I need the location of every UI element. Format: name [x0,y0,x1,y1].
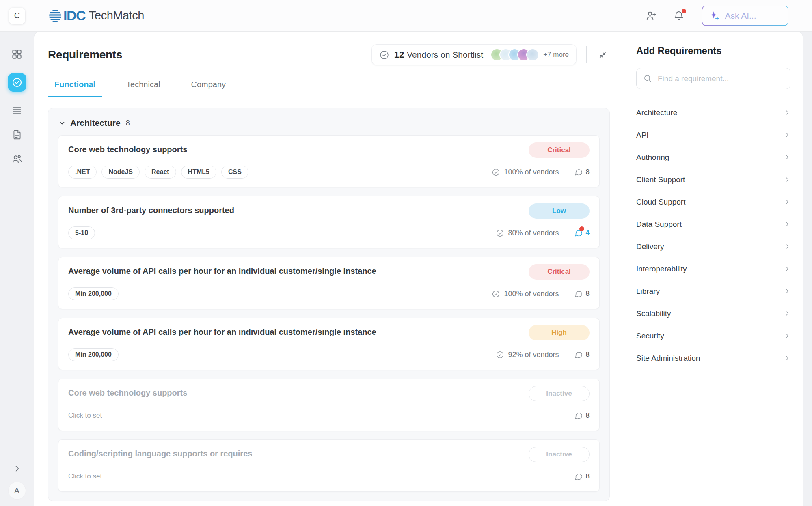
collapse-icon[interactable] [596,49,609,61]
list-icon[interactable] [11,105,22,116]
chevron-right-icon [784,221,790,228]
requirement-tags: 5-10 [68,226,95,239]
chevron-right-icon [784,154,790,161]
logo-text-idc: IDC [63,8,85,24]
requirement-card-inactive[interactable]: Core web technology supports Inactive Cl… [58,379,600,431]
requirements-scroll-area[interactable]: Architecture 8 Core web technology suppo… [34,97,624,506]
tag: .NET [68,166,97,179]
category-authoring[interactable]: Authoring [636,146,790,168]
sparkles-ai-icon [709,11,720,21]
vendor-avatars [490,48,539,61]
user-avatar[interactable]: A [8,482,26,500]
tab-functional[interactable]: Functional [48,80,102,97]
search-icon [643,74,652,83]
tab-technical[interactable]: Technical [120,80,166,97]
vendors-match: 80% of vendors [496,229,559,237]
chevron-right-icon [784,198,790,205]
section-architecture: Architecture 8 Core web technology suppo… [48,108,610,501]
priority-badge[interactable]: Critical [529,142,590,158]
comments-button-unread[interactable]: 4 [574,229,590,237]
comments-button[interactable]: 8 [574,290,590,298]
chevron-right-icon [784,355,790,362]
page-title: Requirements [48,48,122,61]
requirement-card[interactable]: Average volume of API calls per hour for… [58,257,600,309]
priority-badge[interactable]: Inactive [529,386,590,401]
tag: React [145,166,176,179]
search-input[interactable] [658,74,784,83]
requirement-tags: .NET NodeJS React HTML5 CSS [68,166,248,179]
section-count: 8 [126,119,130,127]
add-user-icon[interactable] [645,10,657,22]
comments-button[interactable]: 8 [574,168,590,177]
requirements-main: Requirements 12 Vendors on Shortlist [34,32,624,506]
ask-ai-placeholder: Ask AI... [725,11,756,21]
category-delivery[interactable]: Delivery [636,235,790,258]
click-to-set-hint[interactable]: Click to set [68,411,102,420]
category-scalability[interactable]: Scalability [636,302,790,325]
category-list: Architecture API Authoring Client Suppor… [636,101,790,369]
requirement-search[interactable] [636,68,790,89]
category-data-support[interactable]: Data Support [636,213,790,235]
section-name: Architecture [70,118,121,128]
requirement-card[interactable]: Average volume of API calls per hour for… [58,318,600,370]
category-library[interactable]: Library [636,280,790,302]
chevron-right-icon [784,332,790,339]
top-bar: C IDC TechMatch [0,0,812,32]
dashboard-grid-icon[interactable] [11,49,22,60]
chevron-right-icon [784,109,790,116]
requirement-card[interactable]: Number of 3rd-party connectors supported… [58,196,600,248]
category-api[interactable]: API [636,124,790,146]
requirement-card[interactable]: Core web technology supports Critical .N… [58,135,600,187]
chevron-right-icon [784,176,790,183]
chevron-right-icon [784,310,790,317]
requirement-tags: Min 200,000 [68,287,119,300]
requirement-title: Number of 3rd-party connectors supported [68,203,234,215]
vendors-match: 100% of vendors [492,168,559,177]
category-architecture[interactable]: Architecture [636,101,790,124]
left-sidebar: A [0,32,34,506]
tag: Min 200,000 [68,348,119,361]
comments-button[interactable]: 8 [574,472,590,481]
priority-badge[interactable]: Low [529,203,590,219]
priority-badge[interactable]: Critical [529,264,590,280]
requirement-title: Core web technology supports [68,386,187,398]
requirement-card-inactive[interactable]: Coding/scripting language supports or re… [58,439,600,492]
category-cloud-support[interactable]: Cloud Support [636,191,790,213]
sidebar-item-requirements-active[interactable] [8,73,26,92]
comments-button[interactable]: 8 [574,411,590,420]
notification-dot [682,9,686,13]
unread-dot [579,226,584,231]
document-icon[interactable] [12,129,22,140]
tab-company[interactable]: Company [185,80,233,97]
workspace-logo[interactable]: C [9,8,25,24]
category-security[interactable]: Security [636,325,790,347]
requirement-title: Average volume of API calls per hour for… [68,325,376,337]
ask-ai-button[interactable]: Ask AI... [702,6,788,26]
category-interoperability[interactable]: Interoperability [636,258,790,280]
add-requirements-title: Add Requirements [636,45,790,56]
chevron-right-icon [784,243,790,250]
vendors-match: 100% of vendors [492,290,559,298]
requirement-title: Average volume of API calls per hour for… [68,264,376,276]
app-logo[interactable]: IDC TechMatch [48,8,144,24]
expand-sidebar-chevron-icon[interactable] [13,465,21,473]
category-site-administration[interactable]: Site Administration [636,347,790,369]
check-circle-icon [379,50,389,60]
users-icon[interactable] [11,153,23,165]
category-client-support[interactable]: Client Support [636,168,790,191]
priority-badge[interactable]: High [529,325,590,340]
chevron-right-icon [784,265,790,272]
shortlist-count: 12 [394,50,404,60]
main-panel: Requirements 12 Vendors on Shortlist [34,32,803,506]
logo-text-product: TechMatch [89,9,144,22]
section-architecture-header[interactable]: Architecture 8 [58,115,600,135]
tag: HTML5 [181,166,216,179]
check-circle-icon [11,77,23,88]
requirement-title: Coding/scripting language supports or re… [68,447,252,459]
priority-badge[interactable]: Inactive [529,447,590,462]
vendors-shortlist-pill[interactable]: 12 Vendors on Shortlist +7 more [371,44,577,65]
comments-button[interactable]: 8 [574,351,590,359]
notifications-bell-icon[interactable] [673,10,685,22]
requirement-tags: Min 200,000 [68,348,119,361]
click-to-set-hint[interactable]: Click to set [68,472,102,480]
